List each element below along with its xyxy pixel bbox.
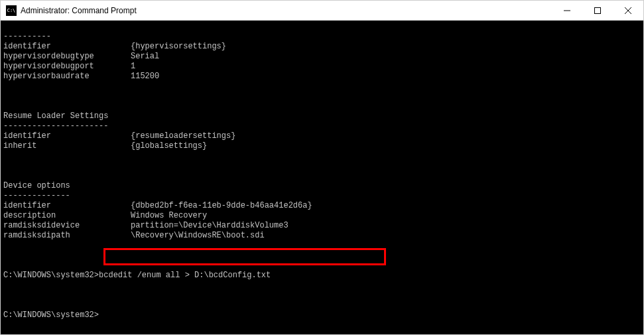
section-title: Device options xyxy=(3,181,641,191)
section-divider: -------------- xyxy=(3,191,641,201)
blank-line xyxy=(3,92,641,101)
prompt-prefix: C:\WINDOWS\system32> xyxy=(3,310,99,320)
blank-line xyxy=(3,291,641,301)
command-text: bcdedit /enum all > D:\bcdConfig.txt xyxy=(99,271,271,280)
terminal-output[interactable]: ----------identifier{hypervisorsettings}… xyxy=(1,21,643,334)
output-row: descriptionWindows Recovery xyxy=(3,211,641,221)
blank-line xyxy=(3,251,641,261)
prompt-line: C:\WINDOWS\system32>bcdedit /enum all > … xyxy=(3,271,641,281)
output-row: identifier{dbbed2bf-f6ea-11eb-9dde-b46aa… xyxy=(3,201,641,211)
output-row: hypervisordebugport1 xyxy=(3,62,641,72)
maximize-button[interactable] xyxy=(582,1,613,20)
output-row: inherit{globalsettings} xyxy=(3,141,641,151)
blank-line xyxy=(3,161,641,171)
output-row: identifier{resumeloadersettings} xyxy=(3,131,641,141)
minimize-button[interactable] xyxy=(552,1,582,20)
section-divider: ---------------------- xyxy=(3,121,641,131)
window-controls xyxy=(552,1,643,20)
prompt-prefix: C:\WINDOWS\system32> xyxy=(3,271,99,280)
output-row: ramdisksdidevicepartition=\Device\Harddi… xyxy=(3,221,641,231)
close-button[interactable] xyxy=(613,1,643,20)
output-row: hypervisordebugtypeSerial xyxy=(3,52,641,62)
output-row: identifier{hypervisorsettings} xyxy=(3,42,641,52)
blank-line xyxy=(3,330,641,334)
svg-rect-1 xyxy=(595,7,601,13)
prompt-line: C:\WINDOWS\system32> xyxy=(3,310,641,320)
output-row: ramdisksdipath\Recovery\WindowsRE\boot.s… xyxy=(3,231,641,241)
section-title: Resume Loader Settings xyxy=(3,111,641,121)
command-prompt-window: C:\ Administrator: Command Prompt ------… xyxy=(0,0,644,335)
window-title: Administrator: Command Prompt xyxy=(21,6,552,15)
cmd-icon: C:\ xyxy=(6,5,17,16)
output-row: hypervisorbaudrate115200 xyxy=(3,72,641,82)
titlebar[interactable]: C:\ Administrator: Command Prompt xyxy=(1,1,643,21)
section-divider: ---------- xyxy=(3,32,641,42)
